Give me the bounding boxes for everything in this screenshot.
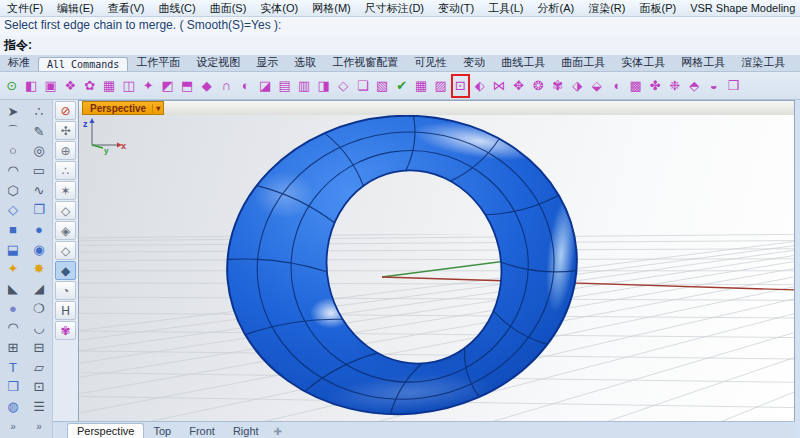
extrude-icon[interactable]: ◩ <box>158 74 178 98</box>
fan-icon[interactable]: ✣ <box>55 121 76 140</box>
toolbar-tab[interactable]: 出图 <box>793 54 800 71</box>
check-surface-icon[interactable]: ✔ <box>392 74 412 98</box>
menu-item[interactable]: 工具(L) <box>481 1 530 16</box>
molecule-icon[interactable]: ∴ <box>55 161 76 180</box>
mesh-icon[interactable]: ▩ <box>626 74 646 98</box>
toolbar-tab[interactable]: 网格工具 <box>673 54 733 71</box>
menu-item[interactable]: 分析(A) <box>531 1 582 16</box>
view-tab-top[interactable]: Top <box>144 424 180 438</box>
group-tool[interactable]: ⊞ <box>8 339 19 357</box>
view-tab-right[interactable]: Right <box>224 424 268 438</box>
network-icon[interactable]: ▥ <box>295 74 315 98</box>
twist-icon[interactable]: ⬗ <box>568 74 588 98</box>
polygon-tool[interactable]: ⬡ <box>7 182 18 200</box>
menu-item[interactable]: 曲线(C) <box>151 1 202 16</box>
star-icon[interactable]: ✤ <box>646 74 666 98</box>
overflow-right[interactable]: » <box>36 418 42 436</box>
untrim-icon[interactable]: ◇ <box>334 74 354 98</box>
merge-edge-icon[interactable]: ⊡ <box>451 74 471 98</box>
trim-tool[interactable]: ◣ <box>8 280 18 298</box>
menu-item[interactable]: 实体(O) <box>253 1 305 16</box>
view-tab-perspective[interactable]: Perspective <box>67 423 144 438</box>
arch-icon[interactable]: ∩ <box>217 74 237 98</box>
half-icon[interactable]: ◖ <box>607 74 627 98</box>
view-tab-front[interactable]: Front <box>180 424 224 438</box>
render-cube-icon[interactable]: ◆ <box>55 261 76 280</box>
globe-icon[interactable]: ⊕ <box>55 141 76 160</box>
rebuild-icon[interactable]: ❏ <box>353 74 373 98</box>
menu-item[interactable]: 渲染(R) <box>581 1 632 16</box>
menu-item[interactable]: 变动(T) <box>431 1 481 16</box>
flow-icon[interactable]: ⬙ <box>587 74 607 98</box>
fillet-tool[interactable]: ● <box>9 300 17 318</box>
menu-item[interactable]: 查看(V) <box>101 1 152 16</box>
ghost-cube-icon[interactable]: ◇ <box>55 241 76 260</box>
shrink-icon[interactable]: ▨ <box>431 74 451 98</box>
rectangle-tool[interactable]: ▭ <box>33 162 45 180</box>
plane-tool[interactable]: ❐ <box>33 201 45 219</box>
explode-tool[interactable]: ✸ <box>34 260 45 278</box>
select-tool[interactable]: ➤ <box>8 103 19 121</box>
plane-cut-tool[interactable]: ▱ <box>34 359 44 377</box>
patch-icon[interactable]: ❖ <box>61 74 81 98</box>
add-view-button[interactable]: ✚ <box>268 425 288 438</box>
disk-tool[interactable]: ◍ <box>7 398 18 416</box>
symmetry-icon[interactable]: ⋈ <box>490 74 510 98</box>
dome-icon[interactable]: ◒ <box>704 74 724 98</box>
offset-icon[interactable]: ◐ <box>236 74 256 98</box>
toolbar-tab[interactable]: 曲面工具 <box>553 54 613 71</box>
toolbar-tab[interactable]: 工作平面 <box>128 54 188 71</box>
paste-tool[interactable]: ⊡ <box>34 378 45 396</box>
toolbar-tab[interactable]: 设定视图 <box>188 54 248 71</box>
cylinder-tool[interactable]: ⬓ <box>7 241 19 259</box>
radial-icon[interactable]: ❂ <box>529 74 549 98</box>
ellipse-tool[interactable]: ◎ <box>33 142 44 160</box>
viewport-canvas[interactable]: z y x <box>79 115 794 421</box>
command-prompt-input[interactable]: 指令: <box>0 36 800 56</box>
circle-tool[interactable]: ○ <box>9 142 17 160</box>
chevron-down-icon[interactable]: ▾ <box>152 104 160 113</box>
dock-tool[interactable]: ☰ <box>33 398 45 416</box>
chamfer-tool[interactable]: ❍ <box>33 300 45 318</box>
toolbar-tab[interactable]: 工作视窗配置 <box>324 54 406 71</box>
points-tool[interactable]: ∴ <box>35 103 43 121</box>
freeform-tool[interactable]: ∿ <box>34 182 45 200</box>
grid-surface-icon[interactable]: ▦ <box>100 74 120 98</box>
sparkle-icon[interactable]: ✶ <box>55 181 76 200</box>
sphere-tool[interactable]: ● <box>35 221 43 239</box>
control-curve-tool[interactable]: ✎ <box>34 123 45 141</box>
shaded-cube-icon[interactable]: ◈ <box>55 221 76 240</box>
hotkey-icon[interactable]: H <box>55 301 76 320</box>
toolbar-tab[interactable]: 变动 <box>455 54 493 71</box>
toolbar-tab[interactable]: 渲染工具 <box>733 54 793 71</box>
disable-icon[interactable]: ⊘ <box>55 101 76 120</box>
split-tool[interactable]: ◢ <box>34 280 44 298</box>
cap-icon[interactable]: ⬒ <box>178 74 198 98</box>
arc-blend-tool[interactable]: ◡ <box>33 319 44 337</box>
boolean-tool[interactable]: ✦ <box>8 260 19 278</box>
menu-item[interactable]: 网格(M) <box>305 1 358 16</box>
menu-item[interactable]: 面板(P) <box>632 1 683 16</box>
ungroup-tool[interactable]: ⊟ <box>34 339 45 357</box>
menu-item[interactable]: VSR Shape Modeling <box>683 2 800 14</box>
power-icon[interactable]: ⊙ <box>2 74 22 98</box>
gear-icon[interactable]: ✾ <box>55 321 76 340</box>
solid-icon[interactable]: ▣ <box>41 74 61 98</box>
fillet-surface-icon[interactable]: ◪ <box>256 74 276 98</box>
toolbar-tab[interactable]: All Commands <box>38 57 128 71</box>
corner-icon[interactable]: ⬘ <box>685 74 705 98</box>
overflow-left[interactable]: » <box>10 418 16 436</box>
bucket-icon[interactable]: ◔ <box>55 281 76 300</box>
menu-item[interactable]: 尺寸标注(D) <box>358 1 431 16</box>
toolbar-tab[interactable]: 选取 <box>286 54 324 71</box>
surface-icon[interactable]: ◧ <box>22 74 42 98</box>
torus-tool[interactable]: ◉ <box>33 241 44 259</box>
blend-curve-tool[interactable]: ◠ <box>7 319 18 337</box>
planar-icon[interactable]: ▤ <box>275 74 295 98</box>
copy-tool[interactable]: ❒ <box>7 378 19 396</box>
toolbar-tab[interactable]: 标准 <box>0 54 38 71</box>
box-tool[interactable]: ■ <box>9 221 17 239</box>
text-tool[interactable]: T <box>9 359 17 377</box>
toolbar-tab[interactable]: 实体工具 <box>613 54 673 71</box>
split-surface-icon[interactable]: ◨ <box>314 74 334 98</box>
